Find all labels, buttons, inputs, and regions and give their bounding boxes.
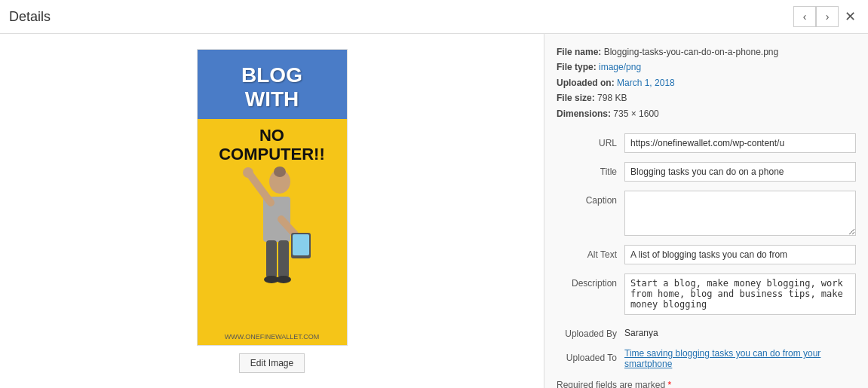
uploaded-on-row: Uploaded on: March 1, 2018: [557, 75, 856, 90]
uploaded-by-label: Uploaded By: [557, 324, 624, 339]
image-bottom-section: NO COMPUTER!!: [198, 119, 347, 345]
file-name-label: File name:: [557, 47, 601, 57]
uploaded-to-row: Uploaded To Time saving blogging tasks y…: [557, 348, 856, 369]
required-star: *: [667, 380, 671, 388]
caption-label: Caption: [557, 191, 624, 206]
page-title: Details: [9, 9, 51, 25]
header-navigation: ‹ › ✕: [793, 6, 859, 27]
file-size-row: File size: 798 KB: [557, 90, 856, 105]
uploaded-by-value: Saranya: [624, 325, 658, 338]
uploaded-to-link[interactable]: Time saving blogging tasks you can do fr…: [624, 348, 856, 369]
svg-point-11: [276, 276, 291, 283]
edit-image-button[interactable]: Edit Image: [239, 353, 305, 373]
image-thumbnail: BLOG WITH NO COMPUTER!!: [197, 49, 348, 346]
file-type-label: File type:: [557, 62, 597, 72]
image-top-section: BLOG WITH: [198, 50, 347, 119]
description-row: Description Start a blog, make money blo…: [557, 273, 856, 315]
image-preview-panel: BLOG WITH NO COMPUTER!!: [0, 34, 544, 388]
prev-button[interactable]: ‹: [793, 6, 816, 27]
url-label: URL: [557, 133, 624, 148]
alt-text-input[interactable]: [624, 245, 856, 264]
file-size-label: File size:: [557, 93, 595, 103]
file-name-value: Blogging-tasks-you-can-do-on-a-phone.png: [604, 47, 778, 57]
caption-textarea[interactable]: [624, 191, 856, 236]
url-row: URL: [557, 133, 856, 153]
svg-rect-7: [293, 234, 309, 255]
svg-point-4: [243, 167, 253, 178]
file-name-row: File name: Blogging-tasks-you-can-do-on-…: [557, 44, 856, 60]
uploaded-by-row: Uploaded By Saranya: [557, 324, 856, 339]
title-input[interactable]: [624, 162, 856, 182]
file-type-value: image/png: [599, 62, 641, 72]
file-type-row: File type: image/png: [557, 60, 856, 75]
file-size-value: 798 KB: [597, 93, 627, 103]
svg-rect-9: [278, 240, 289, 278]
uploaded-to-label: Uploaded To: [557, 348, 624, 363]
title-label: Title: [557, 162, 624, 177]
details-panel: File name: Blogging-tasks-you-can-do-on-…: [544, 34, 868, 388]
title-row: Title: [557, 162, 856, 182]
uploaded-on-label: Uploaded on:: [557, 78, 615, 88]
person-illustration: [227, 167, 317, 295]
image-top-text: BLOG WITH: [205, 63, 339, 112]
caption-row: Caption: [557, 191, 856, 236]
dimensions-value: 735 × 1600: [613, 108, 658, 119]
next-button[interactable]: ›: [816, 6, 839, 27]
close-button[interactable]: ✕: [842, 8, 859, 25]
svg-line-3: [250, 174, 271, 203]
image-bottom-text: NO COMPUTER!!: [219, 127, 325, 163]
dimensions-label: Dimensions:: [557, 108, 611, 119]
svg-rect-8: [266, 240, 277, 278]
url-input[interactable]: [624, 133, 856, 153]
description-textarea[interactable]: Start a blog, make money blogging, work …: [624, 273, 856, 315]
required-note: Required fields are marked *: [557, 380, 856, 388]
description-label: Description: [557, 273, 624, 289]
file-info-section: File name: Blogging-tasks-you-can-do-on-…: [557, 44, 856, 121]
dimensions-row: Dimensions: 735 × 1600: [557, 106, 856, 121]
alt-text-row: Alt Text: [557, 245, 856, 264]
watermark-text: WWW.ONEFINEWALLET.COM: [198, 333, 347, 341]
uploaded-on-value: March 1, 2018: [617, 78, 675, 88]
svg-point-1: [274, 167, 286, 177]
alt-text-label: Alt Text: [557, 245, 624, 260]
